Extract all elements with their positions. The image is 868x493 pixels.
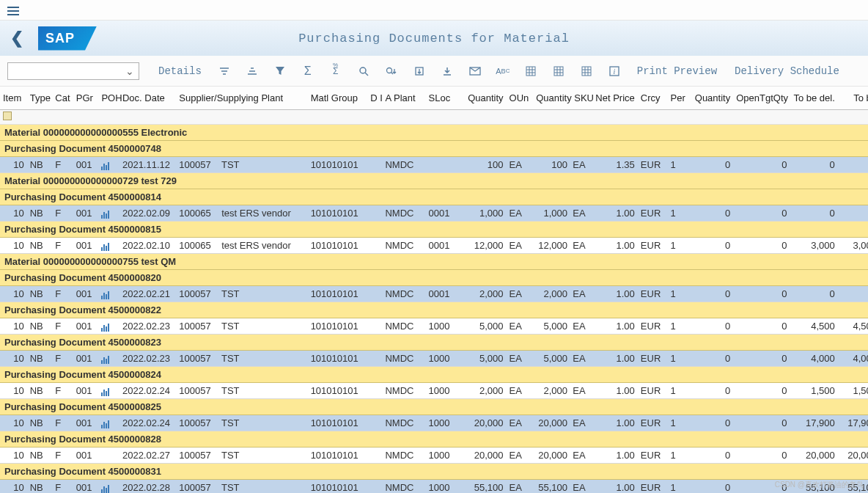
material-group-row[interactable]: Material 000000000000000555 Electronic — [0, 125, 868, 141]
chart-icon[interactable] — [101, 482, 110, 493]
po-group-row[interactable]: Purchasing Document 4500000823 — [0, 335, 868, 351]
col-matl-group[interactable]: Matl Group — [308, 87, 367, 110]
export-icon[interactable] — [407, 61, 432, 81]
sum-icon[interactable]: Σ — [295, 61, 320, 81]
col-quantity-sku[interactable]: Quantity SKU — [533, 87, 588, 110]
table-row[interactable]: 10NBF0012022.02.09100065 test ERS vendor… — [0, 205, 868, 222]
table-row[interactable]: 10NBF0012022.02.21100057 TST101010101NMD… — [0, 286, 868, 302]
po-group-row[interactable]: Purchasing Document 4500000814 — [0, 189, 868, 205]
marker-row — [0, 110, 868, 125]
chart-icon[interactable] — [101, 353, 110, 364]
col-di[interactable]: D I — [367, 87, 382, 110]
table-row[interactable]: 10NBF0012022.02.10100065 test ERS vendor… — [0, 238, 868, 254]
col-quantity2[interactable]: Quantity — [688, 87, 733, 110]
svg-rect-5 — [554, 67, 563, 76]
col-supplier[interactable]: Supplier/Supplying Plant — [176, 87, 307, 110]
po-group-row[interactable]: Purchasing Document 4500000822 — [0, 302, 868, 318]
marker-icon — [3, 112, 12, 120]
details-button[interactable]: Details — [151, 61, 209, 81]
report-table: Item Type Cat PGr POH Doc. Date Supplier… — [0, 87, 868, 493]
back-button[interactable]: ❮ — [10, 29, 23, 48]
col-sloc[interactable]: SLoc — [426, 87, 462, 110]
layout-dropdown[interactable] — [7, 62, 139, 80]
col-item[interactable]: Item — [0, 87, 27, 110]
find-icon[interactable] — [351, 61, 376, 81]
table-row[interactable]: 10NBF0012022.02.24100057 TST101010101NMD… — [0, 383, 868, 399]
po-group-row[interactable]: Purchasing Document 4500000815 — [0, 222, 868, 238]
grid3-icon[interactable] — [574, 61, 599, 81]
col-crcy[interactable]: Crcy — [638, 87, 668, 110]
po-group-row[interactable]: Purchasing Document 4500000824 — [0, 367, 868, 383]
chart-icon[interactable] — [101, 288, 110, 299]
info-icon[interactable]: i — [602, 61, 627, 81]
svg-text:i: i — [613, 67, 615, 76]
filter-icon[interactable] — [268, 61, 293, 81]
col-doc-date[interactable]: Doc. Date — [119, 87, 176, 110]
find-next-icon[interactable] — [379, 61, 404, 81]
svg-point-0 — [360, 67, 366, 73]
chart-icon[interactable] — [101, 240, 110, 251]
po-group-row[interactable]: Purchasing Document 4500000825 — [0, 399, 868, 415]
sort-asc-icon[interactable] — [212, 61, 237, 81]
col-tobedel[interactable]: To be del. — [790, 87, 838, 110]
table-row[interactable]: 10NBF0012022.02.28100057 TST101010101NMD… — [0, 480, 868, 494]
download-icon[interactable] — [435, 61, 460, 81]
col-aplant[interactable]: A Plant — [382, 87, 425, 110]
chart-icon[interactable] — [101, 321, 110, 332]
material-group-row[interactable]: Material 000000000000000755 test QM — [0, 254, 868, 270]
toolbar: Details Σ Σ% ABC i Print Preview Deliver… — [0, 56, 868, 87]
subtotal-icon[interactable]: Σ% — [323, 61, 348, 81]
col-quantity[interactable]: Quantity — [461, 87, 506, 110]
table-row[interactable]: 10NBF0012022.02.24100057 TST101010101NMD… — [0, 415, 868, 431]
print-preview-button[interactable]: Print Preview — [630, 61, 724, 81]
col-type[interactable]: Type — [27, 87, 53, 110]
svg-rect-6 — [582, 67, 591, 76]
col-oun[interactable]: OUn — [507, 87, 534, 110]
table-row[interactable]: 10NBF0012022.02.27100057 TST101010101NMD… — [0, 448, 868, 464]
grid1-icon[interactable] — [518, 61, 543, 81]
col-opentgt[interactable]: OpenTgtQty — [733, 87, 790, 110]
po-group-row[interactable]: Purchasing Document 4500000828 — [0, 431, 868, 448]
material-group-row[interactable]: Material 000000000000000729 test 729 — [0, 173, 868, 189]
abc-icon[interactable]: ABC — [490, 61, 515, 81]
col-pgr[interactable]: PGr — [73, 87, 99, 110]
po-group-row[interactable]: Purchasing Document 4500000831 — [0, 464, 868, 480]
table-header-row: Item Type Cat PGr POH Doc. Date Supplier… — [0, 87, 868, 110]
menu-icon[interactable] — [7, 7, 861, 15]
report-table-container: Item Type Cat PGr POH Doc. Date Supplier… — [0, 87, 868, 493]
sap-logo: SAP — [38, 26, 97, 51]
mail-icon[interactable] — [463, 61, 488, 81]
chart-icon[interactable] — [101, 159, 110, 170]
chart-icon[interactable] — [101, 385, 110, 396]
po-group-row[interactable]: Purchasing Document 4500000748 — [0, 141, 868, 157]
header-bar: ❮ SAP Purchasing Documents for Material — [0, 21, 868, 56]
po-group-row[interactable]: Purchasing Document 4500000820 — [0, 270, 868, 286]
table-row[interactable]: 10NBF0012022.02.23100057 TST101010101NMD… — [0, 351, 868, 367]
watermark: CSDN @喜欢打酱油的老鸟 — [775, 480, 864, 490]
col-poh[interactable]: POH — [98, 87, 119, 110]
table-row[interactable]: 10NBF0012022.02.23100057 TST101010101NMD… — [0, 318, 868, 335]
svg-rect-4 — [526, 67, 535, 76]
chart-icon[interactable] — [101, 417, 110, 428]
col-per[interactable]: Per — [668, 87, 689, 110]
delivery-schedule-button[interactable]: Delivery Schedule — [727, 61, 847, 81]
svg-point-1 — [386, 67, 391, 73]
top-menu-bar — [0, 0, 868, 21]
col-tobe[interactable]: To be — [838, 87, 868, 110]
table-row[interactable]: 10NBF0012021.11.12100057 TST101010101NMD… — [0, 157, 868, 173]
grid2-icon[interactable] — [546, 61, 571, 81]
col-cat[interactable]: Cat — [52, 87, 73, 110]
sort-desc-icon[interactable] — [240, 61, 265, 81]
page-title: Purchasing Documents for Material — [298, 32, 570, 45]
col-net-price[interactable]: Net Price — [589, 87, 638, 110]
chart-icon[interactable] — [101, 208, 110, 219]
